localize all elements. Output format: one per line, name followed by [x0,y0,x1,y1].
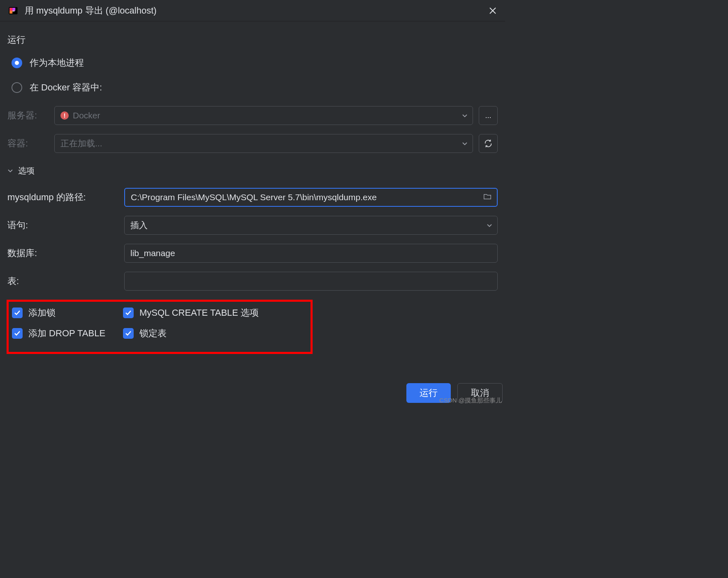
watermark: CSDN @摸鱼那些事儿 [439,397,502,405]
path-label: mysqldump 的路径: [7,191,118,203]
statement-row: 语句: 插入 [7,216,498,235]
warning-icon: ! [60,111,69,120]
container-row: 容器: 正在加载... [7,134,498,153]
ellipsis-icon: ... [485,111,491,120]
run-section-label: 运行 [7,34,498,46]
server-label: 服务器: [7,109,49,122]
path-row: mysqldump 的路径: C:\Program Files\MySQL\My… [7,188,498,207]
checkbox-label: 添加 DROP TABLE [28,327,105,340]
close-button[interactable] [488,6,498,16]
checkbox-icon [12,328,23,339]
options-label: 选项 [18,165,35,176]
dialog-title: 用 mysqldump 导出 (@localhost) [25,5,488,17]
options-expander[interactable]: 选项 [7,165,498,176]
checkbox-label: MySQL CREATE TABLE 选项 [139,307,259,319]
path-input[interactable]: C:\Program Files\MySQL\MySQL Server 5.7\… [124,188,498,207]
container-value: 正在加载... [60,138,102,149]
svg-rect-1 [9,8,12,11]
svg-rect-3 [9,11,12,14]
table-row: 表: [7,272,498,291]
path-value: C:\Program Files\MySQL\MySQL Server 5.7\… [131,192,377,202]
server-value: Docker [73,111,100,120]
highlight-annotation: 添加锁 MySQL CREATE TABLE 选项 添加 DROP TABLE … [7,300,313,354]
statement-label: 语句: [7,219,118,231]
run-button-label: 运行 [420,387,438,399]
database-row: 数据库: lib_manage [7,244,498,263]
radio-label: 在 Docker 容器中: [30,81,102,94]
checkbox-add-drop-table[interactable]: 添加 DROP TABLE [12,327,123,340]
checkbox-icon [123,328,134,339]
database-label: 数据库: [7,247,118,259]
container-label: 容器: [7,137,49,150]
checkbox-mysql-create-table[interactable]: MySQL CREATE TABLE 选项 [123,307,307,319]
radio-local-process[interactable]: 作为本地进程 [7,57,498,69]
checkbox-grid: 添加锁 MySQL CREATE TABLE 选项 添加 DROP TABLE … [12,307,307,340]
database-input[interactable]: lib_manage [124,244,498,263]
checkbox-label: 添加锁 [28,307,56,319]
svg-rect-4 [12,11,14,12]
radio-docker-container[interactable]: 在 Docker 容器中: [7,81,498,94]
chevron-down-icon [462,139,468,148]
refresh-icon [484,139,493,148]
chevron-down-icon [487,220,492,230]
app-logo-icon [7,5,19,16]
container-refresh-button[interactable] [479,134,498,153]
server-more-button[interactable]: ... [479,106,498,125]
svg-rect-2 [12,8,15,11]
checkbox-add-lock[interactable]: 添加锁 [12,307,123,319]
checkbox-icon [123,307,134,318]
radio-icon [12,58,22,68]
dialog-content: 运行 作为本地进程 在 Docker 容器中: 服务器: ! Docker ..… [0,21,505,354]
table-input[interactable] [124,272,498,291]
server-select[interactable]: ! Docker [54,106,473,125]
statement-value: 插入 [130,220,148,231]
radio-label: 作为本地进程 [30,57,84,69]
radio-icon [12,82,22,93]
checkbox-icon [12,307,23,318]
checkbox-lock-tables[interactable]: 锁定表 [123,327,307,340]
checkbox-label: 锁定表 [139,327,167,340]
folder-icon[interactable] [483,192,492,203]
database-value: lib_manage [130,248,175,258]
container-select[interactable]: 正在加载... [54,134,473,153]
statement-select[interactable]: 插入 [124,216,498,235]
chevron-down-icon [7,166,13,176]
chevron-down-icon [462,111,468,120]
export-dialog: 用 mysqldump 导出 (@localhost) 运行 作为本地进程 在 … [0,0,505,405]
titlebar: 用 mysqldump 导出 (@localhost) [0,0,505,21]
server-row: 服务器: ! Docker ... [7,106,498,125]
table-label: 表: [7,275,118,287]
close-icon [489,7,497,15]
